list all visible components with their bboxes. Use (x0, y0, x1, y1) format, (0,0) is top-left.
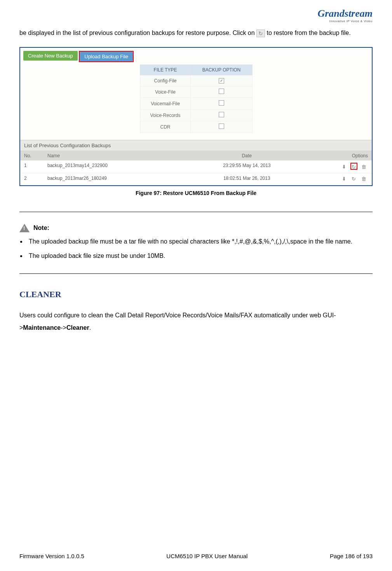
footer-left: Firmware Version 1.0.0.5 (19, 553, 84, 559)
checkbox[interactable] (219, 89, 224, 94)
intro-text-1: be displayed in the list of previous con… (19, 30, 256, 36)
logo-text: Grandstream (317, 8, 373, 19)
note-item: The uploaded backup file must be a tar f… (26, 236, 373, 247)
table-row: Voice-File (140, 86, 252, 98)
footer-center: UCM6510 IP PBX User Manual (166, 553, 247, 559)
note-list: The uploaded backup file must be a tar f… (26, 236, 373, 262)
screenshot-toolbar: Create New Backup Upload Backup File FIL… (20, 48, 372, 140)
intro-text-2: to restore from the backup file. (267, 30, 351, 36)
logo-area: Grandstream Innovative IP Voice & Video (19, 8, 373, 23)
backup-list-header: No. Name Date Options (20, 151, 372, 160)
divider (19, 273, 373, 274)
row-name: backup_2013may14_232900 (44, 160, 172, 173)
restore-icon: ↻ (256, 30, 265, 37)
figure-caption: Figure 97: Restore UCM6510 From Backup F… (19, 190, 373, 196)
cleaner-text-post: . (89, 324, 91, 331)
file-type-label: Config-File (140, 75, 191, 86)
section-heading-cleaner: CLEANER (19, 289, 373, 299)
checkbox[interactable] (219, 112, 224, 117)
note-item: The uploaded back file size must be unde… (26, 251, 373, 262)
col-file-type: FILE TYPE (140, 65, 191, 75)
table-row: Voice-Records (140, 110, 252, 121)
page-footer: Firmware Version 1.0.0.5 UCM6510 IP PBX … (19, 553, 373, 559)
row-name: backup_2013mar26_180249 (44, 173, 172, 185)
col-backup-option: BACKUP OPTION (191, 65, 252, 75)
col-options: Options (321, 151, 372, 160)
cleaner-paragraph: Users could configure to clean the Call … (19, 309, 373, 334)
file-type-label: Voicemail-File (140, 98, 191, 110)
footer-right: Page 186 of 193 (330, 553, 373, 559)
download-icon[interactable]: ⬇ (340, 164, 347, 171)
row-options: ⬇ ↻ 🗑 (321, 160, 372, 173)
upload-backup-file-button[interactable]: Upload Backup File (80, 52, 133, 61)
row-options: ⬇ ↻ 🗑 (321, 173, 372, 185)
intro-paragraph: be displayed in the list of previous con… (19, 27, 373, 39)
table-row: Voicemail-File (140, 98, 252, 110)
backup-row: 2 backup_2013mar26_180249 18:02:51 Mar 2… (20, 173, 372, 185)
delete-icon[interactable]: 🗑 (360, 164, 367, 171)
create-new-backup-button[interactable]: Create New Backup (23, 51, 78, 61)
upload-highlight-box: Upload Backup File (79, 51, 134, 62)
col-date: Date (172, 151, 321, 160)
screenshot-figure: Create New Backup Upload Backup File FIL… (19, 47, 373, 186)
checkbox[interactable]: ✓ (219, 78, 224, 84)
file-type-table: FILE TYPE BACKUP OPTION Config-File ✓ Vo… (140, 64, 253, 133)
row-no: 1 (20, 160, 44, 173)
note-heading: Note: (19, 224, 373, 232)
table-row: CDR (140, 121, 252, 133)
cleaner-text-mid: -> (61, 324, 66, 331)
delete-icon[interactable]: 🗑 (360, 176, 367, 183)
file-type-label: CDR (140, 121, 191, 133)
row-date: 18:02:51 Mar 26, 2013 (172, 173, 321, 185)
warning-icon (19, 224, 30, 232)
download-icon[interactable]: ⬇ (340, 176, 347, 183)
divider (19, 212, 373, 212)
checkbox[interactable] (219, 100, 224, 106)
backup-list-title: List of Previous Configuration Backups (20, 140, 372, 151)
col-no: No. (20, 151, 44, 160)
file-type-label: Voice-File (140, 86, 191, 98)
col-name: Name (44, 151, 172, 160)
backup-row: 1 backup_2013may14_232900 23:29:55 May 1… (20, 160, 372, 173)
row-no: 2 (20, 173, 44, 185)
table-row: Config-File ✓ (140, 75, 252, 86)
cleaner-bold-2: Cleaner (66, 324, 89, 331)
restore-icon[interactable]: ↻ (350, 176, 357, 183)
row-date: 23:29:55 May 14, 2013 (172, 160, 321, 173)
note-label: Note: (33, 225, 49, 232)
restore-icon[interactable]: ↻ (350, 163, 357, 170)
file-type-label: Voice-Records (140, 110, 191, 121)
checkbox[interactable] (219, 124, 224, 129)
cleaner-bold-1: Maintenance (23, 324, 61, 331)
logo-subtitle: Innovative IP Voice & Video (19, 19, 373, 23)
